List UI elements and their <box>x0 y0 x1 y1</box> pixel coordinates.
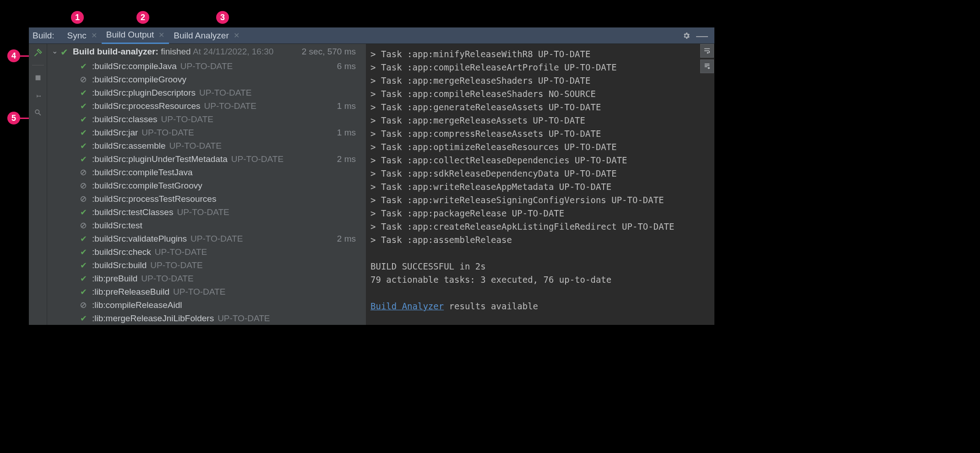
check-icon: ✔ <box>78 274 88 284</box>
skip-icon <box>78 195 88 203</box>
svg-point-1 <box>35 110 39 113</box>
stop-icon[interactable] <box>33 73 43 83</box>
task-name: :buildSrc:processTestResources <box>92 194 216 204</box>
tab-build-output[interactable]: Build Output ✕ <box>102 27 169 44</box>
task-status: UP-TO-DATE <box>161 114 213 124</box>
task-status: UP-TO-DATE <box>141 274 193 284</box>
check-icon: ✔ <box>78 101 88 111</box>
task-name: :buildSrc:processResources <box>92 101 201 111</box>
console-line: > Task :app:compileReleaseArtProfile UP-… <box>370 61 706 74</box>
console-line: Build Analyzer results available <box>370 300 706 313</box>
task-row[interactable]: ✔:buildSrc:jarUP-TO-DATE1 ms <box>47 126 366 139</box>
task-row[interactable]: ✔:buildSrc:pluginDescriptorsUP-TO-DATE <box>47 86 366 99</box>
task-name: :lib:mergeReleaseJniLibFolders <box>92 313 214 324</box>
task-row[interactable]: ✔:buildSrc:pluginUnderTestMetadataUP-TO-… <box>47 152 366 166</box>
task-row[interactable]: ✔:buildSrc:buildUP-TO-DATE <box>47 259 366 272</box>
task-row[interactable]: ✔:lib:preReleaseBuildUP-TO-DATE <box>47 285 366 298</box>
task-row[interactable]: ✔:lib:mergeReleaseJniLibFoldersUP-TO-DAT… <box>47 312 366 325</box>
task-status: UP-TO-DATE <box>150 260 202 270</box>
task-name: :lib:compileReleaseAidl <box>92 300 182 310</box>
task-row[interactable]: :lib:compileReleaseAidl <box>47 298 366 312</box>
task-row[interactable]: ✔:buildSrc:testClassesUP-TO-DATE <box>47 205 366 219</box>
task-row[interactable]: :buildSrc:processTestResources <box>47 192 366 205</box>
task-time: 6 ms <box>337 61 356 71</box>
check-icon: ✔ <box>78 287 88 297</box>
check-icon: ✔ <box>78 234 88 244</box>
skip-icon <box>78 302 88 309</box>
console-line: > Task :app:mergeReleaseShaders UP-TO-DA… <box>370 74 706 87</box>
task-status: UP-TO-DATE <box>218 313 270 324</box>
console-line: > Task :app:collectReleaseDependencies U… <box>370 154 706 167</box>
task-row[interactable]: :buildSrc:test <box>47 219 366 232</box>
task-name: :buildSrc:classes <box>92 114 158 124</box>
check-icon: ✔ <box>78 61 88 71</box>
task-status: UP-TO-DATE <box>180 61 233 71</box>
task-name: :buildSrc:jar <box>92 128 138 138</box>
console-line <box>370 247 706 260</box>
console-right-rail <box>700 44 714 73</box>
console-line <box>370 286 706 300</box>
inspect-icon[interactable] <box>33 108 43 118</box>
task-status: UP-TO-DATE <box>231 154 283 164</box>
build-task-tree[interactable]: ⌄ ✔ Build build-analyzer: finished At 24… <box>47 44 366 325</box>
task-name: :lib:preReleaseBuild <box>92 287 169 297</box>
skip-icon <box>78 169 88 176</box>
task-row[interactable]: ✔:lib:preBuildUP-TO-DATE <box>47 272 366 285</box>
skip-icon <box>78 76 88 83</box>
task-row[interactable]: ✔:buildSrc:assembleUP-TO-DATE <box>47 139 366 152</box>
task-time: 1 ms <box>337 128 356 138</box>
task-row[interactable]: :buildSrc:compileTestGroovy <box>47 179 366 192</box>
gear-icon[interactable] <box>682 32 691 40</box>
console-line: > Task :app:compressReleaseAssets UP-TO-… <box>370 127 706 140</box>
task-name: :buildSrc:compileGroovy <box>92 75 186 85</box>
console-line: > Task :app:optimizeReleaseResources UP-… <box>370 140 706 154</box>
build-label: Build: <box>33 31 54 41</box>
build-left-rail <box>29 44 47 325</box>
chevron-down-icon[interactable]: ⌄ <box>52 47 58 55</box>
build-console[interactable]: > Task :app:minifyReleaseWithR8 UP-TO-DA… <box>366 44 714 325</box>
tab-label: Sync <box>67 31 87 41</box>
task-name: :buildSrc:assemble <box>92 141 166 151</box>
task-name: :buildSrc:compileTestJava <box>92 167 193 178</box>
close-icon[interactable]: ✕ <box>91 31 97 40</box>
console-line: > Task :app:writeReleaseSigningConfigVer… <box>370 194 706 207</box>
tab-build-analyzer[interactable]: Build Analyzer ✕ <box>169 27 244 44</box>
console-line: 79 actionable tasks: 3 executed, 76 up-t… <box>370 273 706 286</box>
scroll-to-end-icon[interactable] <box>700 59 714 73</box>
titlebar-actions: — <box>682 32 711 40</box>
skip-icon <box>78 222 88 229</box>
build-titlebar: Build: Sync ✕ Build Output ✕ Build Analy… <box>29 27 714 44</box>
build-analyzer-link[interactable]: Build Analyzer <box>370 301 444 311</box>
tab-label: Build Analyzer <box>174 31 229 41</box>
task-name: :buildSrc:compileJava <box>92 61 177 71</box>
task-status: UP-TO-DATE <box>204 101 256 111</box>
task-status: UP-TO-DATE <box>169 141 222 151</box>
task-row[interactable]: ✔:buildSrc:classesUP-TO-DATE <box>47 113 366 126</box>
build-tabs: Sync ✕ Build Output ✕ Build Analyzer ✕ <box>63 27 682 44</box>
task-name: :buildSrc:compileTestGroovy <box>92 181 202 191</box>
task-time: 2 ms <box>337 234 356 244</box>
task-time: 2 ms <box>337 154 356 164</box>
check-icon: ✔ <box>78 313 88 324</box>
pin-icon[interactable] <box>33 90 43 100</box>
build-root-row[interactable]: ⌄ ✔ Build build-analyzer: finished At 24… <box>47 44 366 59</box>
soft-wrap-icon[interactable] <box>700 44 714 58</box>
console-line: > Task :app:writeReleaseAppMetadata UP-T… <box>370 180 706 194</box>
console-line: > Task :app:mergeReleaseAssets UP-TO-DAT… <box>370 114 706 127</box>
tab-sync[interactable]: Sync ✕ <box>63 27 102 44</box>
close-icon[interactable]: ✕ <box>158 31 164 39</box>
task-row[interactable]: ✔:buildSrc:validatePluginsUP-TO-DATE2 ms <box>47 232 366 245</box>
hammer-icon[interactable] <box>33 48 43 58</box>
console-line: > Task :app:packageRelease UP-TO-DATE <box>370 207 706 220</box>
console-line: > Task :app:sdkReleaseDependencyData UP-… <box>370 167 706 180</box>
task-row[interactable]: :buildSrc:compileTestJava <box>47 166 366 179</box>
task-row[interactable]: ✔:buildSrc:compileJavaUP-TO-DATE6 ms <box>47 59 366 73</box>
task-row[interactable]: ✔:buildSrc:checkUP-TO-DATE <box>47 245 366 259</box>
console-line: > Task :app:generateReleaseAssets UP-TO-… <box>370 101 706 114</box>
check-icon: ✔ <box>78 154 88 164</box>
close-icon[interactable]: ✕ <box>234 31 240 40</box>
task-row[interactable]: ✔:buildSrc:processResourcesUP-TO-DATE1 m… <box>47 99 366 113</box>
task-name: :buildSrc:check <box>92 247 151 257</box>
hide-icon[interactable]: — <box>696 32 708 40</box>
task-row[interactable]: :buildSrc:compileGroovy <box>47 73 366 86</box>
